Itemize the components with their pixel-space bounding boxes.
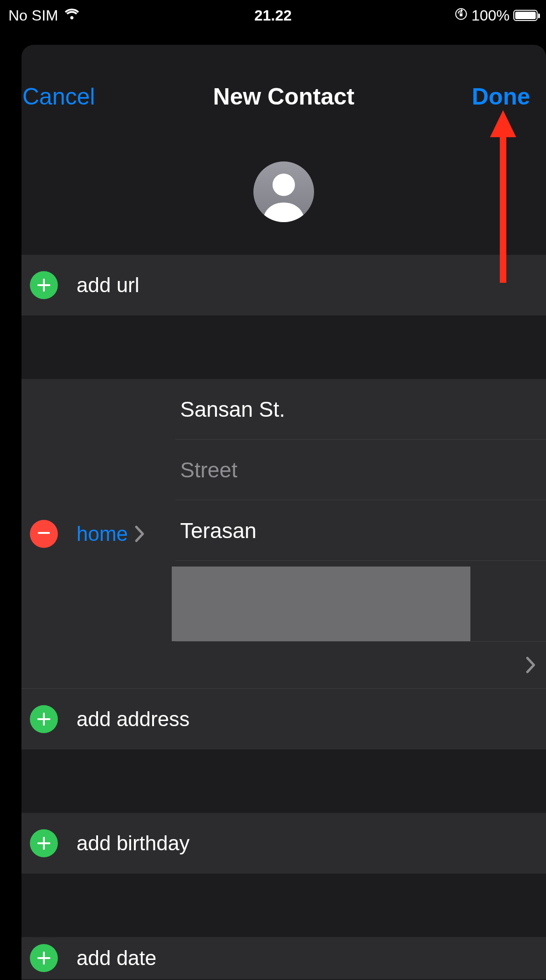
plus-icon <box>30 705 58 733</box>
add-address-row[interactable]: add address <box>21 689 546 749</box>
orientation-lock-icon <box>455 7 468 24</box>
address-entry: home Sansan St. Street Terasan <box>21 379 546 689</box>
cancel-button[interactable]: Cancel <box>22 83 95 110</box>
battery-icon <box>513 10 538 21</box>
wifi-icon <box>64 7 80 24</box>
nav-bar: Cancel New Contact Done <box>21 45 546 124</box>
svg-rect-1 <box>460 14 462 16</box>
url-section: add url <box>21 255 546 315</box>
add-url-label: add url <box>77 273 140 297</box>
status-right: 100% <box>455 7 538 24</box>
date-section: add date <box>21 937 546 979</box>
address-type-picker[interactable]: home <box>77 522 128 546</box>
contact-avatar[interactable] <box>253 161 314 222</box>
minus-icon <box>35 525 52 543</box>
street2-input[interactable]: Street <box>175 440 546 500</box>
status-time: 21.22 <box>254 7 292 24</box>
redacted-field-1[interactable] <box>175 561 546 642</box>
add-date-label: add date <box>77 946 156 970</box>
city-input[interactable]: Terasan <box>175 500 546 561</box>
remove-address-button[interactable] <box>30 520 58 548</box>
add-birthday-label: add birthday <box>77 832 189 855</box>
avatar-wrap <box>21 161 546 222</box>
add-birthday-row[interactable]: add birthday <box>21 813 546 874</box>
plus-icon <box>30 271 58 299</box>
carrier-label: No SIM <box>8 7 58 24</box>
add-url-row[interactable]: add url <box>21 255 546 315</box>
add-date-row[interactable]: add date <box>21 937 546 979</box>
birthday-section: add birthday <box>21 813 546 874</box>
new-contact-sheet: Cancel New Contact Done add url <box>21 45 546 980</box>
add-address-label: add address <box>77 707 189 731</box>
chevron-right-icon <box>134 525 146 543</box>
street1-input[interactable]: Sansan St. <box>175 379 546 440</box>
plus-icon <box>30 944 58 972</box>
page-title: New Contact <box>213 83 355 110</box>
battery-percent: 100% <box>471 7 510 24</box>
svg-point-2 <box>273 174 295 196</box>
done-button[interactable]: Done <box>472 83 530 110</box>
person-placeholder-icon <box>253 161 314 222</box>
plus-icon <box>30 829 58 857</box>
address-section: home Sansan St. Street Terasan <box>21 379 546 749</box>
chevron-right-icon <box>525 656 537 674</box>
status-left: No SIM <box>8 7 80 24</box>
country-picker[interactable] <box>175 642 546 688</box>
status-bar: No SIM 21.22 100% <box>0 0 546 28</box>
